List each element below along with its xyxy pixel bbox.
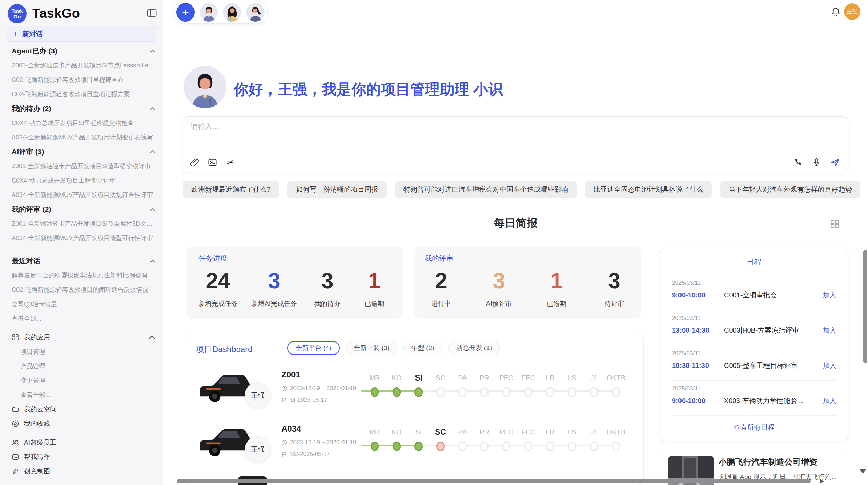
- milestone-dot: [568, 387, 576, 397]
- schedule-time: 13:00-14:30: [672, 326, 724, 334]
- vertical-scrollbar[interactable]: [863, 250, 867, 363]
- sidebar-chat-item[interactable]: C02-飞腾新能源轻客改款项目的闭环通告反馈情况: [0, 283, 163, 297]
- filter-tab[interactable]: 动总开发 (1): [448, 341, 500, 355]
- sidebar-item-label: 帮我写作: [24, 452, 50, 461]
- sidebar-collapse-icon[interactable]: [147, 9, 157, 17]
- join-button[interactable]: 加入: [823, 326, 836, 335]
- milestone: SI: [408, 419, 430, 436]
- view-all-apps[interactable]: 查看全部...: [0, 388, 163, 402]
- sidebar-chat-item[interactable]: C0X4-动力总成开发项目SI里程碑提交物检查: [0, 116, 163, 130]
- chevron-up-icon[interactable]: [149, 49, 156, 53]
- milestone-dot: [458, 442, 467, 451]
- join-button[interactable]: 加入: [823, 361, 836, 370]
- view-all-schedule-link[interactable]: 查看所有日程: [660, 423, 848, 432]
- sidebar-chat-item[interactable]: Z001-全新燃油皮卡产品开发项目SI节点Lesson Learn报告: [0, 58, 163, 73]
- add-agent-button[interactable]: +: [176, 3, 195, 22]
- sidebar-chat-item[interactable]: A034-全新新能源MUV产品开发项目计划变更表编写: [0, 130, 163, 145]
- project-row[interactable]: 王强 Z001 2023-12-19 ~ 2027-01-19 SI-2025-…: [184, 364, 644, 416]
- notification-bell-icon[interactable]: [831, 7, 841, 17]
- milestone-dot: [524, 442, 532, 451]
- sidebar-section-ai-review[interactable]: AI评审 (3): [0, 145, 163, 159]
- sidebar-chat-item[interactable]: C02-飞腾新能源轻客改款项目立项汇报方案: [0, 87, 163, 101]
- sidebar-item-product-mgmt[interactable]: 产品管理: [0, 359, 163, 373]
- layout-grid-icon[interactable]: [830, 219, 840, 229]
- filter-tab[interactable]: 全新平台 (4): [287, 341, 340, 355]
- sidebar-item-favorites[interactable]: 我的收藏: [0, 416, 163, 431]
- suggestion-chip[interactable]: 欧洲新规最近颁布了什么?: [183, 181, 279, 198]
- scroll-down-arrow[interactable]: [860, 469, 866, 474]
- stat-in-progress: 2 进行中: [425, 269, 458, 308]
- chat-composer: ✂: [183, 116, 848, 173]
- sidebar-chat-item[interactable]: C02-飞腾新能源轻客改款项目里程碑画布: [0, 73, 163, 87]
- suggestion-chip[interactable]: 特朗普可能对进口汽车增税会对中国车企造成哪些影响: [395, 181, 577, 198]
- chevron-up-icon[interactable]: [149, 150, 156, 154]
- join-button[interactable]: 加入: [823, 397, 836, 406]
- schedule-item[interactable]: 2025/03/11 13:00-14:30 C003|H0B-方案冻结评审 加…: [660, 310, 848, 345]
- sidebar-item-change-mgmt[interactable]: 变更管理: [0, 373, 163, 388]
- chevron-up-icon[interactable]: [148, 334, 156, 341]
- milestone-label: KO: [386, 427, 408, 436]
- schedule-item[interactable]: 2025/03/11 9:00-10:00 X003-车辆动力学性能验... 加…: [660, 381, 848, 416]
- agent-avatar-3[interactable]: [246, 3, 265, 22]
- milestone: LR: [539, 419, 561, 436]
- stat-my-todo: 3 我的待办: [311, 269, 344, 308]
- sidebar-section-recent[interactable]: 最近对话: [0, 254, 163, 268]
- sidebar-section-my-review[interactable]: 我的评审 (2): [0, 202, 163, 216]
- sidebar-item-project-mgmt[interactable]: 项目管理: [0, 345, 163, 359]
- sidebar-chat-item[interactable]: Z001-全新燃油轻卡产品开发项目SI节点属性5D文件评审: [0, 216, 163, 231]
- sidebar-item-my-apps[interactable]: 我的应用: [0, 330, 163, 345]
- sidebar-chat-item[interactable]: A034-全新新能源MUV产品开发项目法规符合性评审: [0, 188, 163, 202]
- sidebar-chat-item[interactable]: 公司Q3轻卡销量: [0, 297, 163, 311]
- milestone-label: PR: [473, 373, 495, 382]
- stat-pending-review: 3 待评审: [598, 269, 631, 308]
- join-button[interactable]: 加入: [823, 291, 836, 300]
- filter-tab[interactable]: 年型 (2): [403, 341, 442, 355]
- divider: [672, 415, 836, 416]
- chevron-up-icon[interactable]: [149, 259, 156, 263]
- greeting-text: 你好，王强，我是你的项目管理助理 小识: [233, 79, 503, 99]
- horizontal-scrollbar[interactable]: [177, 479, 811, 483]
- image-upload-icon[interactable]: [207, 157, 218, 168]
- app-logo: Task Go: [8, 4, 27, 23]
- phone-call-icon[interactable]: [793, 157, 804, 168]
- attachment-icon[interactable]: [189, 157, 200, 168]
- suggestion-chip[interactable]: 比亚迪全固态电池计划具体说了什么: [585, 181, 712, 198]
- project-row[interactable]: 王强 A034 2023-12-19 ~ 2026-01-19 SC-2025-…: [184, 419, 644, 470]
- project-code: A034: [281, 424, 301, 434]
- stat-overdue: 1 已逾期: [540, 269, 573, 308]
- sidebar-item-ai-employee[interactable]: AI超级员工: [0, 435, 163, 450]
- send-icon[interactable]: [830, 157, 841, 168]
- stat-value: 3: [482, 269, 515, 293]
- chat-input[interactable]: [190, 121, 836, 152]
- schedule-name: C003|H0B-方案冻结评审: [724, 326, 823, 335]
- schedule-item[interactable]: 2025/03/11 10:30-11:30 C005-整车工程目标评审 加入: [660, 345, 848, 381]
- suggestion-chip[interactable]: 如何写一份清晰的项目周报: [287, 181, 387, 198]
- agent-avatar-1[interactable]: [200, 3, 218, 22]
- view-all-recent[interactable]: 查看全部...: [0, 311, 163, 326]
- sidebar-item-creative-draw[interactable]: 创意制图: [0, 464, 163, 478]
- suggestion-chip[interactable]: 当下年轻人对汽车外观有怎样的喜好趋势: [720, 181, 860, 198]
- agent-avatar-2[interactable]: [223, 3, 241, 22]
- logo-text-bottom: Go: [14, 14, 21, 20]
- filter-tab[interactable]: 全新上装 (3): [346, 341, 398, 355]
- sidebar-section-my-todo[interactable]: 我的待办 (2): [0, 101, 163, 116]
- sidebar-chat-item[interactable]: Z001-全新燃油轻卡产品开发项目SI造型提交物评审: [0, 159, 163, 173]
- user-avatar[interactable]: 王强: [844, 3, 860, 20]
- schedule-item[interactable]: 2025/03/11 9:00-10:00 C001-立项审批会 加入: [660, 275, 848, 310]
- sidebar-chat-item[interactable]: C0X4-动力总成开发项目工程变更评审: [0, 173, 163, 188]
- sidebar-chat-item[interactable]: A034-全新新能源MUV产品开发项目造型可行性评审: [0, 231, 163, 245]
- milestone-label: KO: [386, 373, 408, 382]
- sidebar-section-agent-done[interactable]: Agent已办 (3): [0, 44, 163, 58]
- scissors-icon[interactable]: ✂: [224, 156, 237, 169]
- sidebar-item-help-write[interactable]: 帮我写作: [0, 450, 163, 464]
- sidebar-chat-item[interactable]: 解释最新出台的欧盟报废车法规再生塑料比例被调至15%...: [0, 268, 163, 283]
- scroll-right-arrow[interactable]: [820, 479, 824, 484]
- divider: [0, 433, 163, 433]
- microphone-icon[interactable]: [811, 157, 822, 168]
- new-chat-button[interactable]: + 新对话: [7, 26, 156, 42]
- milestone-label: LS: [561, 427, 583, 436]
- milestone-dot: [414, 387, 423, 397]
- sidebar-item-cloud-space[interactable]: 我的云空间: [0, 402, 163, 416]
- chevron-up-icon[interactable]: [149, 208, 156, 211]
- chevron-up-icon[interactable]: [149, 107, 156, 111]
